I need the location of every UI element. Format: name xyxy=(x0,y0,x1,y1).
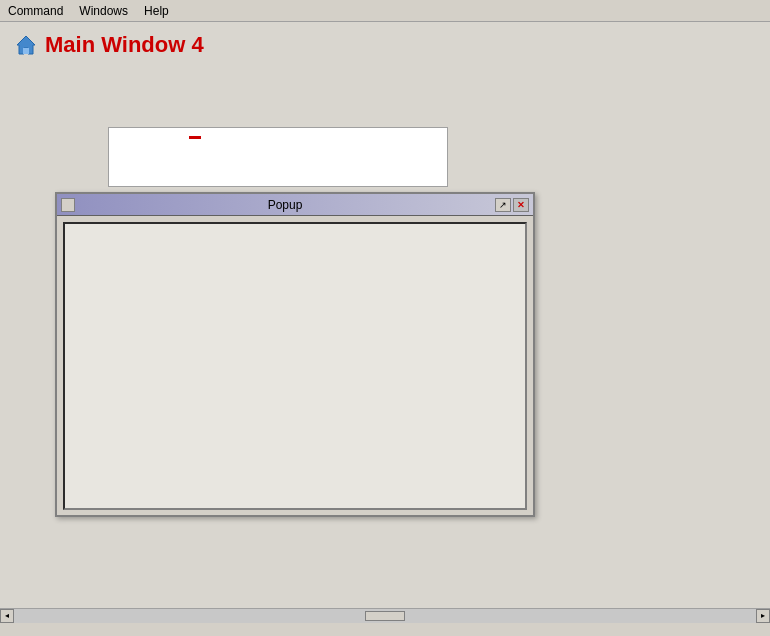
scroll-right-button[interactable]: ▸ xyxy=(756,609,770,623)
popup-window: Popup ↗ ✕ xyxy=(55,192,535,517)
bottom-scrollbar: ◂ ▸ xyxy=(0,608,770,622)
menu-windows[interactable]: Windows xyxy=(71,2,136,20)
menu-help[interactable]: Help xyxy=(136,2,177,20)
main-area: Main Window 4 Popup ↗ ✕ xyxy=(0,22,770,622)
restore-icon: ↗ xyxy=(499,200,507,210)
close-icon: ✕ xyxy=(517,200,525,210)
left-arrow-icon: ◂ xyxy=(5,611,9,620)
menubar: Command Windows Help xyxy=(0,0,770,22)
scroll-thumb[interactable] xyxy=(365,611,405,621)
right-arrow-icon: ▸ xyxy=(761,611,765,620)
popup-titlebar: Popup ↗ ✕ xyxy=(57,194,533,216)
popup-title: Popup xyxy=(75,198,495,212)
popup-controls: ↗ ✕ xyxy=(495,198,529,212)
menu-command[interactable]: Command xyxy=(0,2,71,20)
home-icon xyxy=(15,34,37,56)
main-title-area: Main Window 4 xyxy=(0,22,770,68)
scroll-track xyxy=(14,609,756,623)
main-window-title: Main Window 4 xyxy=(45,32,204,58)
svg-rect-1 xyxy=(23,48,29,54)
popup-close-button[interactable]: ✕ xyxy=(513,198,529,212)
popup-restore-button[interactable]: ↗ xyxy=(495,198,511,212)
behind-panel xyxy=(108,127,448,187)
popup-content xyxy=(63,222,527,510)
popup-checkbox[interactable] xyxy=(61,198,75,212)
popup-titlebar-left xyxy=(61,198,75,212)
scroll-left-button[interactable]: ◂ xyxy=(0,609,14,623)
